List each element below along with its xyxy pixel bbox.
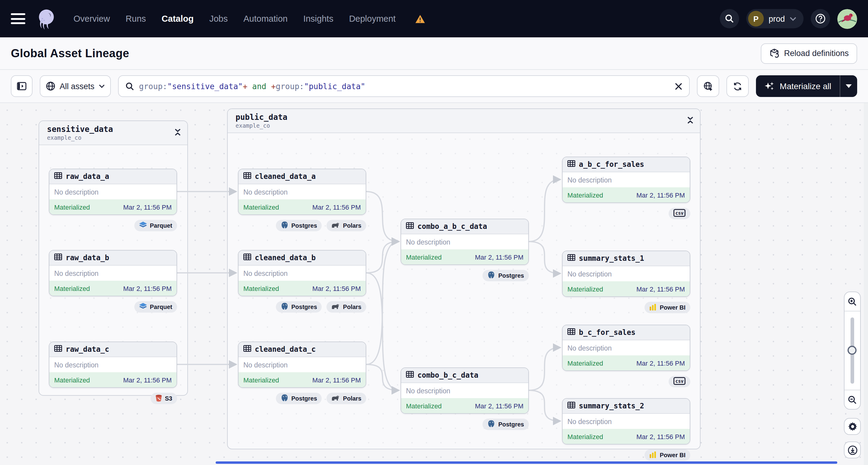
collapse-group-icon[interactable] (174, 124, 181, 145)
asset-timestamp[interactable]: Mar 2, 11:56 PM (312, 203, 361, 211)
table-icon (54, 345, 62, 353)
asset-timestamp[interactable]: Mar 2, 11:56 PM (312, 376, 361, 383)
zoom-slider[interactable] (844, 311, 860, 390)
tag-polars[interactable]: Polars (327, 301, 366, 313)
asset-tags: csv (562, 376, 690, 387)
tag-powerbi[interactable]: Power BI (645, 450, 690, 461)
asset-status: Materialized (567, 285, 603, 292)
settings-button[interactable] (844, 418, 861, 435)
dagster-logo[interactable] (35, 7, 58, 30)
asset-name: combo_a_b_c_data (417, 222, 487, 231)
zoom-out-button[interactable] (844, 390, 860, 409)
group-header[interactable]: sensitive_data example_co (39, 121, 187, 145)
asset-node-footer: Materialized Mar 2, 11:56 PM (239, 372, 366, 387)
deployment-badge: P (748, 11, 764, 27)
tag-postgres[interactable]: Postgres (276, 301, 322, 313)
menu-icon[interactable] (11, 13, 25, 24)
materialize-all-button[interactable]: Materialize all (756, 75, 840, 97)
asset-timestamp[interactable]: Mar 2, 11:56 PM (475, 402, 523, 409)
toggle-sidebar-button[interactable] (11, 75, 33, 97)
asset-node-a_b_c_for_sales[interactable]: a_b_c_for_sales No description Materiali… (562, 157, 690, 203)
nav-links: Overview Runs Catalog Jobs Automation In… (73, 14, 425, 24)
help-icon[interactable] (811, 9, 830, 28)
asset-timestamp[interactable]: Mar 2, 11:56 PM (637, 191, 685, 198)
asset-timestamp[interactable]: Mar 2, 11:56 PM (637, 359, 685, 367)
table-icon (406, 371, 414, 379)
asset-timestamp[interactable]: Mar 2, 11:56 PM (123, 376, 172, 383)
asset-tags: PostgresPolars (238, 393, 366, 404)
reload-definitions-button[interactable]: Reload definitions (761, 43, 857, 64)
nav-item-overview[interactable]: Overview (73, 14, 110, 24)
asset-tags: S3 (49, 393, 177, 404)
svg-text:csv: csv (675, 378, 683, 384)
asset-node-raw_data_c[interactable]: raw_data_c No description Materialized M… (49, 342, 177, 388)
refresh-button[interactable] (727, 75, 749, 97)
download-button[interactable] (844, 441, 861, 458)
horizontal-scrollbar[interactable] (216, 461, 837, 464)
asset-node-footer: Materialized Mar 2, 11:56 PM (50, 199, 177, 214)
nav-item-deployment[interactable]: Deployment (349, 14, 396, 24)
asset-timestamp[interactable]: Mar 2, 11:56 PM (123, 203, 172, 211)
asset-search-input[interactable]: group:"sensitive_data"+ and +group:"publ… (118, 75, 690, 97)
nav-item-jobs[interactable]: Jobs (209, 14, 228, 24)
asset-node-summary_stats_1[interactable]: summary_stats_1 No description Materiali… (562, 251, 690, 297)
asset-timestamp[interactable]: Mar 2, 11:56 PM (475, 253, 523, 260)
asset-node-b_c_for_sales[interactable]: b_c_for_sales No description Materialize… (562, 324, 690, 371)
clear-search-icon[interactable] (675, 82, 683, 90)
deployment-warning-icon[interactable] (415, 14, 425, 23)
tag-polars[interactable]: Polars (327, 393, 366, 404)
asset-node-cleaned_data_c[interactable]: cleaned_data_c No description Materializ… (238, 342, 366, 388)
collapse-group-icon[interactable] (687, 112, 694, 132)
table-icon (54, 172, 62, 181)
asset-scope-selector[interactable]: All assets (40, 75, 111, 97)
tag-s3[interactable]: S3 (151, 393, 177, 404)
materialize-options-caret[interactable] (840, 75, 857, 97)
tag-postgres[interactable]: Postgres (276, 393, 322, 404)
asset-timestamp[interactable]: Mar 2, 11:56 PM (312, 285, 361, 292)
tag-postgres[interactable]: Postgres (276, 220, 322, 231)
tag-postgres[interactable]: Postgres (483, 270, 529, 281)
asset-node-raw_data_b[interactable]: raw_data_b No description Materialized M… (49, 250, 177, 296)
deployment-switcher[interactable]: P prod (746, 9, 804, 28)
materialize-all-label: Materialize all (780, 81, 831, 91)
tag-powerbi[interactable]: Power BI (645, 302, 690, 313)
tag-csv[interactable]: csv (669, 376, 690, 387)
asset-node-header: a_b_c_for_sales (563, 157, 690, 172)
search-icon[interactable] (720, 9, 739, 28)
vertical-scrollbar[interactable] (864, 103, 868, 465)
panel-expand-icon (17, 82, 27, 90)
asset-timestamp[interactable]: Mar 2, 11:56 PM (637, 433, 685, 440)
group-titles: public_data example_co (236, 112, 287, 132)
asset-node-raw_data_a[interactable]: raw_data_a No description Materialized M… (49, 169, 177, 215)
asset-node-header: summary_stats_1 (563, 251, 690, 266)
zoom-in-button[interactable] (844, 292, 860, 311)
asset-timestamp[interactable]: Mar 2, 11:56 PM (637, 285, 685, 292)
tag-csv[interactable]: csv (669, 208, 690, 219)
asset-status: Materialized (406, 253, 442, 260)
asset-timestamp[interactable]: Mar 2, 11:56 PM (123, 285, 172, 292)
nav-item-automation[interactable]: Automation (243, 14, 288, 24)
tag-parquet[interactable]: Parquet (134, 301, 177, 313)
asset-node-summary_stats_2[interactable]: summary_stats_2 No description Materiali… (562, 398, 690, 444)
asset-node-footer: Materialized Mar 2, 11:56 PM (239, 199, 366, 214)
group-header[interactable]: public_data example_co (228, 109, 700, 133)
view-scope-button[interactable] (697, 75, 719, 97)
nav-item-catalog[interactable]: Catalog (162, 14, 194, 24)
asset-node-combo_b_c_data[interactable]: combo_b_c_data No description Materializ… (401, 367, 529, 414)
tag-label: Polars (343, 304, 362, 310)
zoom-slider-thumb[interactable] (847, 346, 857, 355)
user-avatar[interactable] (837, 9, 857, 29)
tag-polars[interactable]: Polars (327, 220, 366, 231)
lineage-canvas[interactable]: sensitive_data example_co public_data ex… (0, 103, 868, 465)
asset-tags: Parquet (49, 220, 177, 231)
asset-node-cleaned_data_b[interactable]: cleaned_data_b No description Materializ… (238, 250, 366, 296)
group-name: sensitive_data (47, 124, 113, 134)
nav-item-runs[interactable]: Runs (126, 14, 146, 24)
tag-postgres[interactable]: Postgres (483, 418, 529, 430)
group-name: public_data (236, 112, 287, 122)
asset-node-cleaned_data_a[interactable]: cleaned_data_a No description Materializ… (238, 169, 366, 215)
tag-parquet[interactable]: Parquet (134, 220, 177, 231)
asset-status: Materialized (243, 285, 279, 292)
asset-node-combo_a_b_c_data[interactable]: combo_a_b_c_data No description Material… (401, 219, 529, 265)
nav-item-insights[interactable]: Insights (303, 14, 333, 24)
